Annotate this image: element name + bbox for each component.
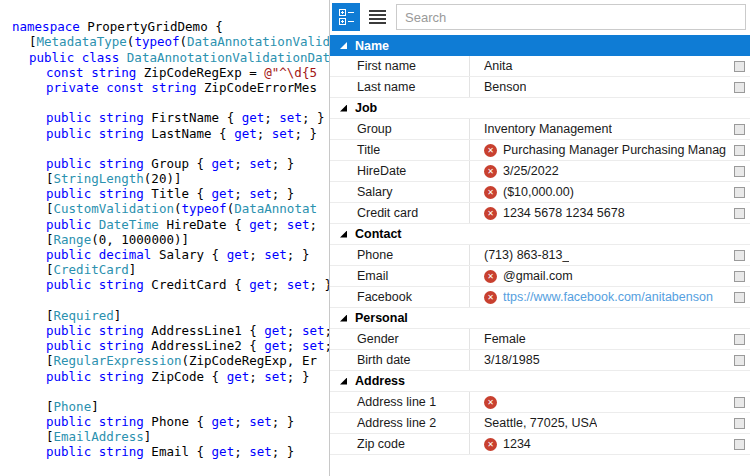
property-options-button[interactable] <box>734 334 745 345</box>
property-value-editor[interactable]: 3/18/1985 <box>470 350 726 370</box>
property-value-text: ($10,000.00) <box>503 185 574 199</box>
code-line: public decimal Salary { get; set; } <box>0 247 329 262</box>
search-input[interactable] <box>396 4 746 30</box>
property-value-editor[interactable]: Female <box>470 329 726 349</box>
validation-error-icon: ✕ <box>484 165 497 178</box>
property-row-phone[interactable]: Phone(713) 863-813_ <box>330 245 750 266</box>
property-row-title[interactable]: Title✕Purchasing Manager Purchasing Mana… <box>330 140 750 161</box>
code-line: namespace PropertyGridDemo { <box>0 19 329 34</box>
property-value-text: Purchasing Manager Purchasing Manager <box>503 143 726 157</box>
property-value-editor[interactable]: ✕ <box>470 392 726 412</box>
property-value-text: 1234 <box>503 437 531 451</box>
property-row-zip-code[interactable]: Zip code✕1234 <box>330 434 750 455</box>
categorized-view-icon <box>339 9 354 25</box>
validation-error-icon: ✕ <box>484 291 497 304</box>
property-value-editor[interactable]: ✕Purchasing Manager Purchasing Manager <box>470 140 726 160</box>
category-header-job[interactable]: Job <box>330 98 750 119</box>
property-name: Group <box>330 119 470 139</box>
property-value-editor[interactable]: ✕1234 5678 1234 5678 <box>470 203 726 223</box>
categorized-view-button[interactable] <box>332 3 360 31</box>
category-expander-icon[interactable] <box>340 315 347 322</box>
property-options-button[interactable] <box>734 271 745 282</box>
code-line <box>0 384 329 399</box>
code-line: [StringLength(20)] <box>0 171 329 186</box>
code-line: public string FirstName { get; set; } <box>0 110 329 125</box>
category-label: Personal <box>355 311 408 325</box>
code-line: public DateTime HireDate { get; set; <box>0 217 329 232</box>
property-value-link[interactable]: ttps://www.facebook.com/anitabenson <box>503 290 713 304</box>
code-editor[interactable]: namespace PropertyGridDemo {[MetadataTyp… <box>0 0 329 476</box>
category-header-name[interactable]: Name <box>330 35 750 56</box>
property-row-address-line-2[interactable]: Address line 2Seattle, 77025, USA <box>330 413 750 434</box>
property-name: Salary <box>330 182 470 202</box>
property-grid-rows: NameFirst nameAnitaLast nameBensonJobGro… <box>330 35 750 455</box>
property-options-button[interactable] <box>734 124 745 135</box>
property-options-button[interactable] <box>734 187 745 198</box>
code-line: public string ZipCode { get; set; } <box>0 369 329 384</box>
validation-error-icon: ✕ <box>484 186 497 199</box>
property-value-text: 3/18/1985 <box>484 353 540 367</box>
category-label: Name <box>355 39 389 53</box>
category-label: Address <box>355 374 405 388</box>
code-line: const string ZipCodeRegExp = @"^\d{5 <box>0 65 329 80</box>
property-options-button[interactable] <box>734 82 745 93</box>
property-name: Birth date <box>330 350 470 370</box>
category-expander-icon[interactable] <box>340 378 347 385</box>
property-value-editor[interactable]: Inventory Management <box>470 119 726 139</box>
property-value-text: Anita <box>484 59 513 73</box>
property-options-button[interactable] <box>734 292 745 303</box>
property-row-gender[interactable]: GenderFemale <box>330 329 750 350</box>
property-value-text: Seattle, 77025, USA <box>484 416 597 430</box>
code-line: public string Group { get; set; } <box>0 156 329 171</box>
code-line: [RegularExpression(ZipCodeRegExp, Er <box>0 353 329 368</box>
property-value-editor[interactable]: Benson <box>470 77 726 97</box>
property-value-editor[interactable]: ✕@gmail.com <box>470 266 726 286</box>
category-header-contact[interactable]: Contact <box>330 224 750 245</box>
property-name: HireDate <box>330 161 470 181</box>
property-row-email[interactable]: Email✕@gmail.com <box>330 266 750 287</box>
property-options-button[interactable] <box>734 145 745 156</box>
property-row-facebook[interactable]: Facebook✕ttps://www.facebook.com/anitabe… <box>330 287 750 308</box>
property-options-button[interactable] <box>734 418 745 429</box>
property-options-button[interactable] <box>734 61 745 72</box>
property-value-editor[interactable]: ✕($10,000.00) <box>470 182 726 202</box>
property-grid: NameFirst nameAnitaLast nameBensonJobGro… <box>329 0 750 476</box>
category-header-personal[interactable]: Personal <box>330 308 750 329</box>
property-name: Last name <box>330 77 470 97</box>
category-header-address[interactable]: Address <box>330 371 750 392</box>
property-options-button[interactable] <box>734 250 745 261</box>
property-row-address-line-1[interactable]: Address line 1✕ <box>330 392 750 413</box>
property-value-editor[interactable]: Anita <box>470 56 726 76</box>
alphabetical-view-icon <box>369 10 386 24</box>
property-options-button[interactable] <box>734 166 745 177</box>
property-row-credit-card[interactable]: Credit card✕1234 5678 1234 5678 <box>330 203 750 224</box>
property-value-editor[interactable]: Seattle, 77025, USA <box>470 413 726 433</box>
category-expander-icon[interactable] <box>340 105 347 112</box>
property-value-editor[interactable]: ✕1234 <box>470 434 726 454</box>
property-name: Title <box>330 140 470 160</box>
category-expander-icon[interactable] <box>340 231 347 238</box>
code-line: [Range(0, 1000000)] <box>0 232 329 247</box>
code-line: [MetadataType(typeof(DataAnnotationValid <box>0 34 329 49</box>
code-line: public string CreditCard { get; set; } <box>0 277 329 292</box>
property-row-first-name[interactable]: First nameAnita <box>330 56 750 77</box>
property-value-editor[interactable]: ✕3/25/2022 <box>470 161 726 181</box>
property-row-salary[interactable]: Salary✕($10,000.00) <box>330 182 750 203</box>
property-name: Address line 1 <box>330 392 470 412</box>
property-row-group[interactable]: GroupInventory Management <box>330 119 750 140</box>
property-row-last-name[interactable]: Last nameBenson <box>330 77 750 98</box>
property-options-button[interactable] <box>734 355 745 366</box>
property-row-birth-date[interactable]: Birth date3/18/1985 <box>330 350 750 371</box>
property-options-button[interactable] <box>734 397 745 408</box>
property-value-editor[interactable]: (713) 863-813_ <box>470 245 726 265</box>
code-line: [Required] <box>0 308 329 323</box>
code-line: [CustomValidation(typeof(DataAnnotat <box>0 201 329 216</box>
property-value-editor[interactable]: ✕ttps://www.facebook.com/anitabenson <box>470 287 726 307</box>
property-options-button[interactable] <box>734 439 745 450</box>
category-expander-icon[interactable] <box>340 42 347 49</box>
alphabetical-view-button[interactable] <box>363 3 391 31</box>
property-row-hiredate[interactable]: HireDate✕3/25/2022 <box>330 161 750 182</box>
property-options-button[interactable] <box>734 208 745 219</box>
code-line: [CreditCard] <box>0 262 329 277</box>
validation-error-icon: ✕ <box>484 270 497 283</box>
